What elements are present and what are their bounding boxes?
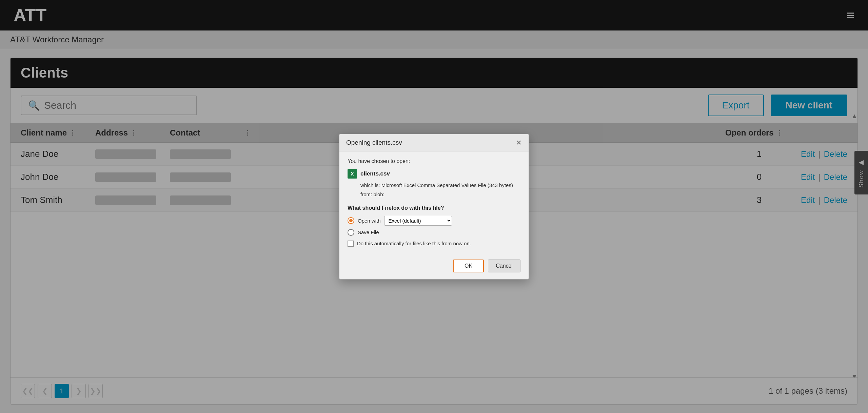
auto-action-checkbox[interactable] [348,241,354,247]
modal-title-bar: Opening clients.csv ✕ [339,134,529,151]
modal-question: What should Firefox do with this file? [348,205,520,211]
modal-overlay: Opening clients.csv ✕ You have chosen to… [0,0,868,413]
save-file-radio[interactable] [348,229,354,236]
modal-from: from: blob: [360,190,520,199]
save-file-label: Save File [358,229,379,235]
modal-which-is: which is: Microsoft Excel Comma Separate… [360,181,520,190]
open-with-radio[interactable] [348,217,354,224]
modal-file-meta: which is: Microsoft Excel Comma Separate… [360,181,520,199]
modal-body: You have chosen to open: X clients.csv w… [339,151,529,260]
open-with-app-select[interactable]: Excel (default) [384,216,452,226]
radio-selected-dot [349,219,353,222]
save-file-radio-row: Save File [348,229,520,236]
auto-checkbox-row: Do this automatically for files like thi… [348,241,520,247]
modal-intro-text: You have chosen to open: [348,158,520,164]
modal-close-button[interactable]: ✕ [516,139,522,146]
modal-title: Opening clients.csv [346,139,402,146]
cancel-button[interactable]: Cancel [488,260,520,272]
modal-file-row: X clients.csv [348,169,520,179]
modal-options: Open with Excel (default) Save File [348,216,520,236]
open-with-label: Open with [358,218,381,224]
ok-button[interactable]: OK [453,260,484,272]
modal-filename: clients.csv [360,170,390,177]
excel-icon: X [348,169,357,179]
file-open-dialog: Opening clients.csv ✕ You have chosen to… [339,134,529,280]
auto-action-label: Do this automatically for files like thi… [357,241,471,246]
open-with-radio-row: Open with Excel (default) [348,216,520,226]
modal-footer: OK Cancel [339,260,529,279]
